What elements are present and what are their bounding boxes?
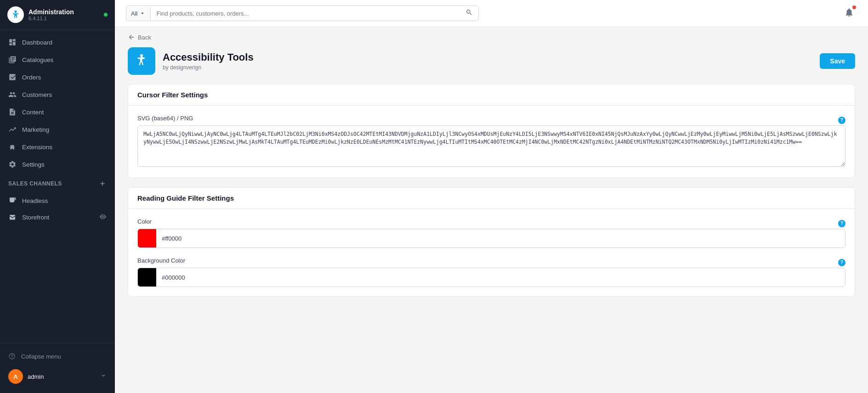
app-by: by designverign (163, 64, 254, 71)
main-content: All Back (115, 0, 868, 393)
svg-textarea[interactable] (137, 125, 845, 167)
marketing-icon (8, 125, 17, 134)
sidebar-footer: Collapse menu A admin (0, 343, 115, 393)
color-label-row: Color ? (137, 218, 845, 229)
cursor-filter-section: Cursor Filter Settings SVG (base64) / PN… (128, 84, 855, 178)
sidebar-label-extensions: Extensions (22, 144, 52, 151)
sidebar-item-storefront[interactable]: Storefront (0, 209, 115, 226)
bg-color-swatch[interactable] (138, 268, 156, 286)
sidebar-label-orders: Orders (22, 74, 41, 81)
settings-icon (8, 160, 17, 168)
bg-color-input-row (137, 268, 845, 287)
search-input[interactable] (151, 7, 460, 20)
bg-color-help-icon[interactable]: ? (838, 259, 845, 266)
sidebar-item-customers[interactable]: Customers (0, 86, 115, 103)
collapse-menu-label: Collapse menu (21, 353, 61, 360)
app-name-block: Administration 6.4.11.1 (28, 8, 74, 22)
sidebar-label-dashboard: Dashboard (22, 39, 52, 46)
color-field-group: Color ? (137, 218, 845, 248)
color-label: Color (137, 218, 152, 225)
search-button[interactable] (460, 6, 478, 21)
chevron-down-icon (139, 10, 146, 17)
svg-help-icon[interactable]: ? (838, 117, 845, 124)
notification-badge (852, 6, 856, 9)
sidebar-label-marketing: Marketing (22, 126, 49, 133)
sidebar-item-settings[interactable]: Settings (0, 156, 115, 173)
search-container: All (126, 6, 479, 21)
color-swatch[interactable] (138, 229, 156, 247)
content-area: Back Accessibility Tools by designverign… (115, 27, 868, 393)
app-title: Accessibility Tools (163, 51, 254, 63)
svg-point-0 (140, 54, 143, 57)
bg-color-value-input[interactable] (156, 270, 845, 285)
save-button[interactable]: Save (820, 53, 855, 69)
user-avatar: A (8, 369, 23, 384)
sidebar-header: Administration 6.4.11.1 (0, 0, 115, 30)
search-filter-label: All (131, 10, 137, 17)
app-header: Accessibility Tools by designverign Save (128, 47, 855, 75)
back-arrow-icon (128, 34, 135, 41)
sidebar-label-content: Content (22, 109, 44, 116)
user-menu[interactable]: A admin (0, 365, 115, 388)
user-name: admin (28, 373, 44, 380)
sidebar-item-orders[interactable]: Orders (0, 68, 115, 86)
cursor-filter-title: Cursor Filter Settings (128, 84, 855, 106)
app-title-block: Accessibility Tools by designverign (163, 51, 254, 71)
sales-channels-label: Sales Channels (8, 180, 62, 187)
extensions-icon (8, 143, 17, 151)
color-help-icon[interactable]: ? (838, 220, 845, 227)
search-icon (465, 9, 473, 16)
user-chevron-icon (100, 372, 107, 381)
svg-field-group: SVG (base64) / PNG ? (137, 115, 845, 168)
collapse-menu-button[interactable]: Collapse menu (0, 348, 115, 365)
svg-label-row: SVG (base64) / PNG ? (137, 115, 845, 125)
sidebar-nav: Dashboard Catalogues Orders Customers Co… (0, 30, 115, 343)
svg-label: SVG (base64) / PNG (137, 115, 193, 122)
page-header: Back Accessibility Tools by designverign… (115, 27, 868, 75)
reading-guide-section: Reading Guide Filter Settings Color ? (128, 187, 855, 297)
search-filter-dropdown[interactable]: All (126, 7, 151, 20)
sidebar-label-settings: Settings (22, 161, 45, 168)
app-version: 6.4.11.1 (28, 16, 74, 21)
sidebar-item-marketing[interactable]: Marketing (0, 121, 115, 138)
headless-icon (8, 196, 17, 205)
storefront-label: Storefront (22, 214, 49, 221)
headless-label: Headless (22, 197, 48, 204)
app-name: Administration (28, 8, 74, 16)
content-icon (8, 108, 17, 116)
dashboard-icon (8, 38, 17, 46)
catalogues-icon (8, 56, 17, 64)
customers-icon (8, 90, 17, 99)
sidebar: Administration 6.4.11.1 Dashboard Catalo… (0, 0, 115, 393)
storefront-visibility-button[interactable] (99, 213, 107, 222)
sidebar-item-extensions[interactable]: Extensions (0, 138, 115, 156)
status-dot (104, 13, 108, 17)
accessibility-icon (133, 53, 150, 69)
sidebar-label-catalogues: Catalogues (22, 56, 53, 63)
add-channel-button[interactable] (98, 180, 107, 188)
sidebar-item-content[interactable]: Content (0, 103, 115, 121)
sidebar-item-catalogues[interactable]: Catalogues (0, 51, 115, 68)
sidebar-item-headless[interactable]: Headless (0, 192, 115, 209)
notifications-button[interactable] (841, 5, 857, 22)
app-logo (7, 6, 24, 23)
cursor-filter-body: SVG (base64) / PNG ? (128, 106, 855, 178)
topbar: All (115, 0, 868, 27)
back-label: Back (138, 34, 151, 41)
bg-color-label-row: Background Color ? (137, 257, 845, 268)
reading-guide-title: Reading Guide Filter Settings (128, 188, 855, 209)
color-input-row (137, 229, 845, 248)
back-link[interactable]: Back (128, 34, 855, 41)
orders-icon (8, 73, 17, 81)
app-icon (128, 47, 155, 75)
bg-color-label: Background Color (137, 257, 185, 264)
user-info: admin (28, 373, 44, 380)
bell-icon (844, 7, 854, 17)
bg-color-field-group: Background Color ? (137, 257, 845, 287)
sales-channels-header: Sales Channels (0, 175, 115, 192)
sidebar-label-customers: Customers (22, 91, 52, 98)
reading-guide-body: Color ? Background Color (128, 209, 855, 296)
sidebar-item-dashboard[interactable]: Dashboard (0, 34, 115, 51)
storefront-icon (8, 213, 17, 222)
color-value-input[interactable] (156, 231, 845, 246)
